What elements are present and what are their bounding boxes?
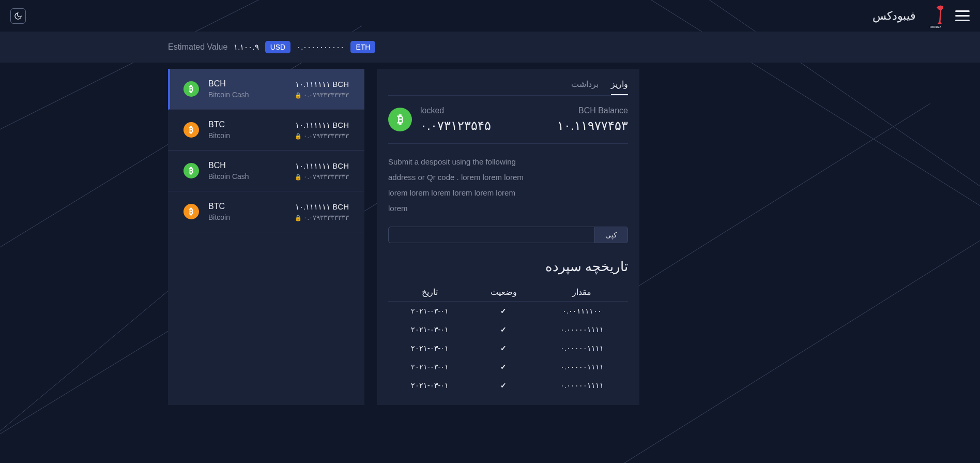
history-header-status: وضعیت <box>471 283 535 302</box>
coin-balance: ۱۰.۱۱۱۱۱۱ BCH <box>295 121 349 130</box>
history-date: ۲۰۲۱-۰۳-۰۱ <box>388 357 471 376</box>
estimated-usd-value: ۱.۱۰۰.۹ <box>234 42 258 52</box>
history-row: ۲۰۲۱-۰۳-۰۱✓۰.۰۰۱۱۱۱۰۰ <box>388 302 628 321</box>
history-row: ۲۰۲۱-۰۳-۰۱✓۰.۰۰۰۰۰۱۱۱۱ <box>388 376 628 395</box>
history-header-date: تاریخ <box>388 283 471 302</box>
coin-item-bch-2[interactable]: ₿BCHBitcoin Cash۱۰.۱۱۱۱۱۱ BCH۰.۰۷۹۳۳۳۳۳۳… <box>168 151 364 191</box>
check-icon: ✓ <box>500 307 507 315</box>
coin-locked: ۰.۰۷۹۳۳۳۳۳۳۳۳ <box>295 132 349 140</box>
history-status: ✓ <box>471 357 535 376</box>
deposit-address-input[interactable] <box>388 227 595 243</box>
history-amount: ۰.۰۰۰۰۰۱۱۱۱ <box>535 376 628 395</box>
history-date: ۲۰۲۱-۰۳-۰۱ <box>388 339 471 357</box>
coin-symbol: BCH <box>208 161 285 170</box>
estimated-eth-value: ۰.۰۰۰۰۰۰۰۰۰۰ <box>297 42 344 52</box>
history-status: ✓ <box>471 376 535 395</box>
bch-balance-label: BCH Balance <box>528 106 628 115</box>
history-date: ۲۰۲۱-۰۳-۰۱ <box>388 376 471 395</box>
bch-icon: ₿ <box>183 81 199 97</box>
usd-badge: USD <box>265 41 291 53</box>
address-row: کپی <box>388 227 628 243</box>
coin-symbol: BTC <box>208 202 285 211</box>
history-row: ۲۰۲۱-۰۳-۰۱✓۰.۰۰۰۰۰۱۱۱۱ <box>388 339 628 357</box>
history-table: تاریخ وضعیت مقدار ۲۰۲۱-۰۳-۰۱✓۰.۰۰۱۱۱۱۰۰۲… <box>388 283 628 395</box>
tabs: برداشت واریز <box>388 79 628 96</box>
history-header-amount: مقدار <box>535 283 628 302</box>
history-status: ✓ <box>471 320 535 339</box>
check-icon: ✓ <box>500 363 507 371</box>
coin-locked: ۰.۰۷۹۳۳۳۳۳۳۳۳ <box>295 173 349 181</box>
balance-row: ₿ locked ۰.۰۷۳۱۲۳۵۴۵ BCH Balance ۱۰.۱۱۹۷… <box>388 106 628 144</box>
deposit-instructions: Submit a desposit using the following ad… <box>388 154 533 216</box>
coin-balance: ۱۰.۱۱۱۱۱۱ BCH <box>295 202 349 212</box>
coin-name: Bitcoin Cash <box>208 172 285 181</box>
estimated-label: Estimated Value <box>168 42 227 52</box>
coin-item-btc-1[interactable]: ₿BTCBitcoin۱۰.۱۱۱۱۱۱ BCH۰.۰۷۹۳۳۳۳۳۳۳۳ <box>168 110 364 151</box>
history-row: ۲۰۲۱-۰۳-۰۱✓۰.۰۰۰۰۰۱۱۱۱ <box>388 320 628 339</box>
bch-icon: ₿ <box>388 108 412 131</box>
bch-balance-value: ۱۰.۱۱۹۷۷۴۵۳ <box>528 118 628 133</box>
coin-name: Bitcoin <box>208 131 285 140</box>
coin-locked: ۰.۰۷۹۳۳۳۳۳۳۳۳ <box>295 214 349 221</box>
brand-logo-icon: FIBODEX <box>925 3 946 29</box>
coin-balance: ۱۰.۱۱۱۱۱۱ BCH <box>295 80 349 89</box>
coin-name: Bitcoin Cash <box>208 91 285 99</box>
coin-name: Bitcoin <box>208 213 285 221</box>
coin-balance: ۱۰.۱۱۱۱۱۱ BCH <box>295 161 349 171</box>
history-amount: ۰.۰۰۰۰۰۱۱۱۱ <box>535 357 628 376</box>
tab-deposit[interactable]: واریز <box>611 79 628 95</box>
history-status: ✓ <box>471 339 535 357</box>
moon-icon <box>14 12 22 20</box>
coin-item-btc-3[interactable]: ₿BTCBitcoin۱۰.۱۱۱۱۱۱ BCH۰.۰۷۹۳۳۳۳۳۳۳۳ <box>168 191 364 232</box>
header: فیبودکس FIBODEX <box>0 0 980 32</box>
history-date: ۲۰۲۱-۰۳-۰۱ <box>388 302 471 321</box>
check-icon: ✓ <box>500 381 507 390</box>
locked-label: locked <box>420 106 520 115</box>
estimated-value-bar: Estimated Value ۱.۱۰۰.۹ USD ۰.۰۰۰۰۰۰۰۰۰۰… <box>0 32 980 63</box>
btc-icon: ₿ <box>183 204 199 219</box>
history-amount: ۰.۰۰۱۱۱۱۰۰ <box>535 302 628 321</box>
bch-icon: ₿ <box>183 163 199 178</box>
copy-button[interactable]: کپی <box>595 227 628 243</box>
brand-name: فیبودکس <box>872 9 916 23</box>
theme-toggle[interactable] <box>10 8 26 24</box>
eth-badge: ETH <box>350 41 375 53</box>
svg-text:FIBODEX: FIBODEX <box>930 25 942 28</box>
coin-symbol: BCH <box>208 79 285 88</box>
history-amount: ۰.۰۰۰۰۰۱۱۱۱ <box>535 339 628 357</box>
history-title: تاریخچه سپرده <box>388 259 628 275</box>
coin-list: ₿BCHBitcoin Cash۱۰.۱۱۱۱۱۱ BCH۰.۰۷۹۳۳۳۳۳۳… <box>168 69 364 405</box>
history-status: ✓ <box>471 302 535 321</box>
menu-button[interactable] <box>955 10 970 21</box>
tab-withdraw[interactable]: برداشت <box>571 79 599 95</box>
locked-value: ۰.۰۷۳۱۲۳۵۴۵ <box>420 118 520 133</box>
history-amount: ۰.۰۰۰۰۰۱۱۱۱ <box>535 320 628 339</box>
btc-icon: ₿ <box>183 122 199 138</box>
history-row: ۲۰۲۱-۰۳-۰۱✓۰.۰۰۰۰۰۱۱۱۱ <box>388 357 628 376</box>
coin-item-bch-0[interactable]: ₿BCHBitcoin Cash۱۰.۱۱۱۱۱۱ BCH۰.۰۷۹۳۳۳۳۳۳… <box>168 69 364 110</box>
coin-symbol: BTC <box>208 120 285 129</box>
coin-locked: ۰.۰۷۹۳۳۳۳۳۳۳۳ <box>295 91 349 99</box>
check-icon: ✓ <box>500 325 507 334</box>
check-icon: ✓ <box>500 344 507 352</box>
detail-panel: برداشت واریز ₿ locked ۰.۰۷۳۱۲۳۵۴۵ BCH Ba… <box>377 69 639 405</box>
history-date: ۲۰۲۱-۰۳-۰۱ <box>388 320 471 339</box>
